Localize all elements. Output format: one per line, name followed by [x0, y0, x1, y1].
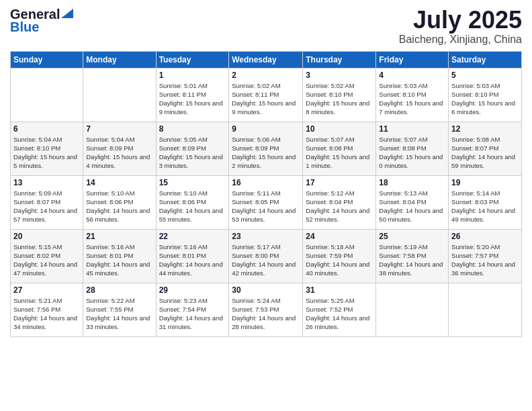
day-number: 29: [159, 285, 226, 295]
day-detail: Sunrise: 5:15 AM Sunset: 8:02 PM Dayligh…: [13, 242, 80, 278]
calendar-cell: 10Sunrise: 5:07 AM Sunset: 8:08 PM Dayli…: [303, 122, 376, 175]
calendar-cell: 20Sunrise: 5:15 AM Sunset: 8:02 PM Dayli…: [11, 229, 83, 283]
logo: General Blue: [10, 7, 73, 35]
calendar-day-header: Tuesday: [156, 51, 229, 68]
calendar-cell: [83, 68, 156, 122]
calendar-header-row: SundayMondayTuesdayWednesdayThursdayFrid…: [11, 51, 522, 68]
day-number: 24: [306, 232, 373, 241]
day-detail: Sunrise: 5:13 AM Sunset: 8:04 PM Dayligh…: [379, 189, 445, 224]
day-number: 26: [451, 232, 519, 241]
calendar-cell: 19Sunrise: 5:14 AM Sunset: 8:03 PM Dayli…: [449, 175, 522, 229]
day-number: 10: [306, 124, 373, 134]
day-number: 11: [379, 124, 445, 134]
calendar-cell: [449, 283, 522, 336]
calendar-week-row: 1Sunrise: 5:01 AM Sunset: 8:11 PM Daylig…: [11, 68, 522, 122]
calendar-cell: [11, 68, 83, 122]
calendar-title: July 2025: [399, 7, 522, 34]
day-number: 31: [306, 285, 373, 295]
day-detail: Sunrise: 5:09 AM Sunset: 8:07 PM Dayligh…: [13, 189, 80, 224]
title-block: July 2025 Baicheng, Xinjiang, China: [399, 7, 522, 46]
day-number: 25: [379, 232, 445, 241]
calendar-cell: 16Sunrise: 5:11 AM Sunset: 8:05 PM Dayli…: [229, 175, 303, 229]
page: General Blue July 2025 Baicheng, Xinjian…: [0, 0, 532, 411]
calendar-cell: 31Sunrise: 5:25 AM Sunset: 7:52 PM Dayli…: [303, 283, 376, 336]
day-number: 1: [159, 71, 226, 80]
day-detail: Sunrise: 5:03 AM Sunset: 8:10 PM Dayligh…: [451, 81, 519, 117]
day-detail: Sunrise: 5:25 AM Sunset: 7:52 PM Dayligh…: [306, 296, 373, 332]
day-detail: Sunrise: 5:10 AM Sunset: 8:06 PM Dayligh…: [86, 189, 152, 224]
day-detail: Sunrise: 5:08 AM Sunset: 8:07 PM Dayligh…: [451, 135, 519, 171]
day-detail: Sunrise: 5:17 AM Sunset: 8:00 PM Dayligh…: [232, 242, 300, 278]
day-detail: Sunrise: 5:16 AM Sunset: 8:01 PM Dayligh…: [159, 242, 226, 278]
day-number: 14: [86, 178, 152, 187]
calendar-cell: 28Sunrise: 5:22 AM Sunset: 7:55 PM Dayli…: [83, 283, 156, 336]
calendar-subtitle: Baicheng, Xinjiang, China: [399, 34, 522, 46]
day-detail: Sunrise: 5:18 AM Sunset: 7:59 PM Dayligh…: [306, 242, 373, 278]
calendar-cell: 12Sunrise: 5:08 AM Sunset: 8:07 PM Dayli…: [449, 122, 522, 175]
day-number: 15: [159, 178, 226, 187]
calendar-cell: 7Sunrise: 5:04 AM Sunset: 8:09 PM Daylig…: [83, 122, 156, 175]
day-number: 3: [306, 71, 373, 80]
day-detail: Sunrise: 5:12 AM Sunset: 8:04 PM Dayligh…: [306, 189, 373, 224]
calendar-cell: 18Sunrise: 5:13 AM Sunset: 8:04 PM Dayli…: [376, 175, 449, 229]
day-number: 2: [232, 71, 300, 80]
day-number: 19: [451, 178, 519, 187]
day-number: 28: [86, 285, 152, 295]
day-number: 22: [159, 232, 226, 241]
calendar-cell: 24Sunrise: 5:18 AM Sunset: 7:59 PM Dayli…: [303, 229, 376, 283]
day-number: 30: [232, 285, 300, 295]
logo-blue: Blue: [10, 19, 39, 35]
calendar-cell: 27Sunrise: 5:21 AM Sunset: 7:56 PM Dayli…: [11, 283, 83, 336]
calendar-day-header: Thursday: [303, 51, 376, 68]
calendar-cell: 13Sunrise: 5:09 AM Sunset: 8:07 PM Dayli…: [11, 175, 83, 229]
calendar-cell: 6Sunrise: 5:04 AM Sunset: 8:10 PM Daylig…: [11, 122, 83, 175]
calendar-cell: 15Sunrise: 5:10 AM Sunset: 8:06 PM Dayli…: [156, 175, 229, 229]
calendar-cell: 14Sunrise: 5:10 AM Sunset: 8:06 PM Dayli…: [83, 175, 156, 229]
calendar-week-row: 27Sunrise: 5:21 AM Sunset: 7:56 PM Dayli…: [11, 283, 522, 336]
calendar-day-header: Sunday: [11, 51, 83, 68]
calendar-day-header: Saturday: [449, 51, 522, 68]
day-detail: Sunrise: 5:10 AM Sunset: 8:06 PM Dayligh…: [159, 189, 226, 224]
day-detail: Sunrise: 5:21 AM Sunset: 7:56 PM Dayligh…: [13, 296, 80, 332]
logo-arrow-icon: [61, 9, 73, 18]
calendar-cell: 21Sunrise: 5:16 AM Sunset: 8:01 PM Dayli…: [83, 229, 156, 283]
calendar-cell: 17Sunrise: 5:12 AM Sunset: 8:04 PM Dayli…: [303, 175, 376, 229]
day-detail: Sunrise: 5:11 AM Sunset: 8:05 PM Dayligh…: [232, 189, 300, 224]
day-number: 20: [13, 232, 80, 241]
calendar-day-header: Friday: [376, 51, 449, 68]
calendar-week-row: 13Sunrise: 5:09 AM Sunset: 8:07 PM Dayli…: [11, 175, 522, 229]
calendar-day-header: Monday: [83, 51, 156, 68]
calendar-cell: 26Sunrise: 5:20 AM Sunset: 7:57 PM Dayli…: [449, 229, 522, 283]
day-detail: Sunrise: 5:24 AM Sunset: 7:53 PM Dayligh…: [232, 296, 300, 332]
calendar-cell: 5Sunrise: 5:03 AM Sunset: 8:10 PM Daylig…: [449, 68, 522, 122]
calendar-week-row: 6Sunrise: 5:04 AM Sunset: 8:10 PM Daylig…: [11, 122, 522, 175]
calendar-cell: 11Sunrise: 5:07 AM Sunset: 8:08 PM Dayli…: [376, 122, 449, 175]
calendar-cell: 1Sunrise: 5:01 AM Sunset: 8:11 PM Daylig…: [156, 68, 229, 122]
calendar-cell: 30Sunrise: 5:24 AM Sunset: 7:53 PM Dayli…: [229, 283, 303, 336]
calendar-cell: 25Sunrise: 5:19 AM Sunset: 7:58 PM Dayli…: [376, 229, 449, 283]
day-number: 4: [379, 71, 445, 80]
day-number: 21: [86, 232, 152, 241]
day-detail: Sunrise: 5:02 AM Sunset: 8:10 PM Dayligh…: [306, 81, 373, 117]
calendar-cell: 3Sunrise: 5:02 AM Sunset: 8:10 PM Daylig…: [303, 68, 376, 122]
day-detail: Sunrise: 5:07 AM Sunset: 8:08 PM Dayligh…: [306, 135, 373, 171]
day-number: 7: [86, 124, 152, 134]
day-detail: Sunrise: 5:20 AM Sunset: 7:57 PM Dayligh…: [451, 242, 519, 278]
day-detail: Sunrise: 5:23 AM Sunset: 7:54 PM Dayligh…: [159, 296, 226, 332]
day-number: 16: [232, 178, 300, 187]
day-number: 13: [13, 178, 80, 187]
calendar-cell: 8Sunrise: 5:05 AM Sunset: 8:09 PM Daylig…: [156, 122, 229, 175]
day-number: 8: [159, 124, 226, 134]
calendar-cell: 2Sunrise: 5:02 AM Sunset: 8:11 PM Daylig…: [229, 68, 303, 122]
day-detail: Sunrise: 5:02 AM Sunset: 8:11 PM Dayligh…: [232, 81, 300, 117]
day-number: 27: [13, 285, 80, 295]
day-detail: Sunrise: 5:16 AM Sunset: 8:01 PM Dayligh…: [86, 242, 152, 278]
day-number: 12: [451, 124, 519, 134]
day-number: 6: [13, 124, 80, 134]
calendar-cell: 22Sunrise: 5:16 AM Sunset: 8:01 PM Dayli…: [156, 229, 229, 283]
day-number: 9: [232, 124, 300, 134]
calendar-cell: 9Sunrise: 5:06 AM Sunset: 8:09 PM Daylig…: [229, 122, 303, 175]
day-number: 17: [306, 178, 373, 187]
day-detail: Sunrise: 5:06 AM Sunset: 8:09 PM Dayligh…: [232, 135, 300, 171]
day-detail: Sunrise: 5:05 AM Sunset: 8:09 PM Dayligh…: [159, 135, 226, 171]
